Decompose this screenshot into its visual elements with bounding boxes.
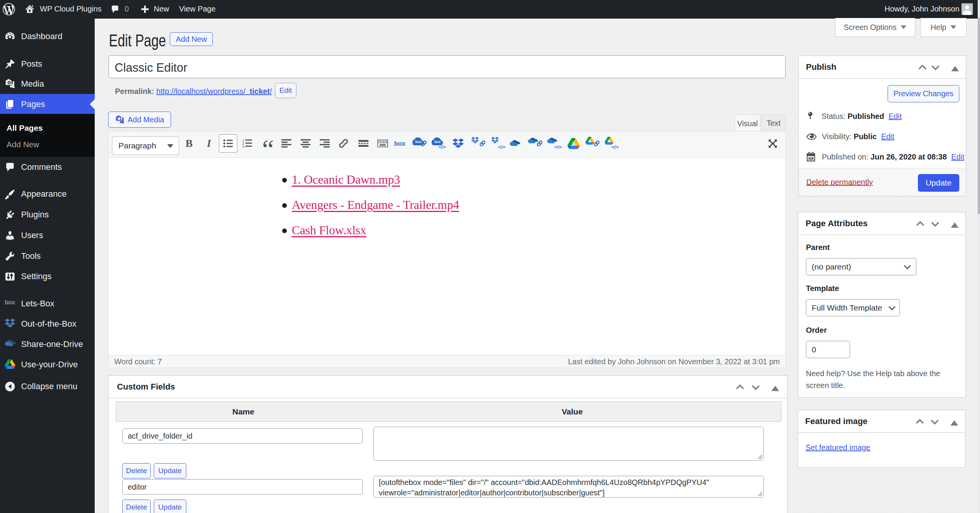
svg-text:</>: </>: [612, 144, 619, 150]
svg-text:box: box: [434, 140, 441, 144]
svg-text:3: 3: [242, 145, 244, 148]
svg-text:box: box: [415, 140, 421, 144]
svg-text:</>: </>: [554, 144, 562, 150]
svg-text:box: box: [394, 140, 406, 147]
svg-text:</>: </>: [498, 144, 505, 150]
svg-text:</>: </>: [439, 144, 446, 150]
